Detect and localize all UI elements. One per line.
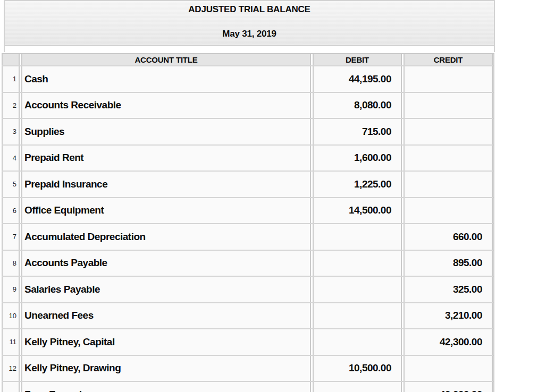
row-number-cell: 2 bbox=[2, 93, 20, 118]
debit-cell[interactable]: 14,500.00 bbox=[313, 198, 402, 224]
debit-cell[interactable]: 10,500.00 bbox=[313, 356, 402, 381]
sheet-date: May 31, 2019 bbox=[5, 15, 494, 39]
credit-cell[interactable] bbox=[404, 66, 493, 92]
account-title: Accounts Payable bbox=[24, 257, 107, 269]
account-title: Fees Earned bbox=[24, 389, 82, 392]
credit-amount: 660.00 bbox=[453, 231, 482, 243]
row-number: 12 bbox=[9, 364, 16, 372]
row-number-cell: 9 bbox=[2, 277, 20, 302]
account-cell[interactable]: Kelly Pitney, Drawing bbox=[21, 356, 311, 381]
row-number: 3 bbox=[13, 127, 16, 135]
debit-cell[interactable]: 44,195.00 bbox=[313, 66, 402, 92]
row-number: 9 bbox=[13, 285, 16, 293]
row-number: 8 bbox=[13, 259, 16, 267]
debit-cell[interactable] bbox=[313, 329, 402, 355]
title-zone: ADJUSTED TRIAL BALANCE May 31, 2019 bbox=[5, 1, 494, 46]
debit-cell[interactable] bbox=[313, 382, 402, 392]
row-number-cell: 11 bbox=[2, 329, 20, 355]
debit-amount: 8,080.00 bbox=[354, 99, 391, 111]
table-row: 2 Accounts Receivable 8,080.00 bbox=[2, 93, 493, 120]
account-title: Unearned Fees bbox=[24, 310, 94, 321]
debit-cell[interactable] bbox=[313, 303, 402, 329]
row-number-cell: 5 bbox=[2, 172, 20, 197]
row-number: 1 bbox=[13, 75, 16, 83]
credit-cell[interactable] bbox=[404, 146, 493, 171]
account-cell[interactable]: Accumulated Depreciation bbox=[21, 224, 311, 250]
row-number-cell: 1 bbox=[2, 66, 20, 92]
table-header-row: ACCOUNT TITLE DEBIT CREDIT bbox=[2, 54, 493, 66]
table-row: 6 Office Equipment 14,500.00 bbox=[2, 198, 493, 225]
credit-cell[interactable]: 325.00 bbox=[404, 277, 493, 302]
credit-cell[interactable] bbox=[404, 172, 493, 197]
account-cell[interactable]: Unearned Fees bbox=[21, 303, 311, 329]
credit-cell[interactable]: 42,300.00 bbox=[404, 329, 493, 355]
account-cell[interactable]: Prepaid Insurance bbox=[21, 172, 311, 197]
credit-amount: 895.00 bbox=[453, 257, 482, 269]
credit-cell[interactable]: 660.00 bbox=[404, 224, 493, 250]
row-number: 6 bbox=[13, 207, 16, 215]
account-cell[interactable]: Fees Earned bbox=[21, 382, 311, 392]
table-row: 5 Prepaid Insurance 1,225.00 bbox=[2, 172, 493, 198]
debit-amount: 44,195.00 bbox=[349, 73, 391, 85]
table-row: 4 Prepaid Rent 1,600.00 bbox=[2, 146, 493, 172]
table-row: 12 Kelly Pitney, Drawing 10,500.00 bbox=[2, 356, 493, 382]
account-title: Kelly Pitney, Drawing bbox=[24, 362, 121, 374]
debit-cell[interactable] bbox=[313, 277, 402, 302]
credit-cell[interactable] bbox=[404, 356, 493, 381]
account-title: Prepaid Insurance bbox=[24, 178, 107, 190]
debit-cell[interactable]: 1,600.00 bbox=[313, 146, 402, 171]
trial-balance-table: ACCOUNT TITLE DEBIT CREDIT 1 Cash 44,195… bbox=[2, 53, 494, 392]
account-cell[interactable]: Prepaid Rent bbox=[21, 146, 311, 171]
row-number: 11 bbox=[10, 338, 17, 346]
account-cell[interactable]: Accounts Receivable bbox=[21, 93, 311, 118]
debit-cell[interactable]: 1,225.00 bbox=[313, 172, 402, 197]
account-title: Office Equipment bbox=[24, 204, 104, 216]
debit-cell[interactable]: 715.00 bbox=[313, 119, 402, 144]
row-number-cell: 7 bbox=[2, 224, 20, 250]
row-number-cell: 4 bbox=[2, 146, 20, 171]
column-header-credit: CREDIT bbox=[404, 54, 493, 65]
credit-amount: 42,300.00 bbox=[440, 336, 482, 348]
row-number-cell: 13 bbox=[2, 382, 20, 392]
table-row: 3 Supplies 715.00 bbox=[2, 119, 493, 146]
account-cell[interactable]: Salaries Payable bbox=[21, 277, 311, 302]
credit-cell[interactable]: 3,210.00 bbox=[404, 303, 493, 329]
table-row: 11 Kelly Pitney, Capital 42,300.00 bbox=[2, 329, 493, 356]
debit-cell[interactable]: 8,080.00 bbox=[313, 93, 402, 118]
account-title: Salaries Payable bbox=[24, 284, 100, 295]
credit-cell[interactable] bbox=[404, 198, 493, 224]
account-cell[interactable]: Supplies bbox=[21, 119, 311, 144]
account-title: Kelly Pitney, Capital bbox=[24, 336, 115, 348]
credit-amount: 3,210.00 bbox=[445, 310, 482, 321]
account-cell[interactable]: Cash bbox=[21, 66, 311, 92]
table-row: 10 Unearned Fees 3,210.00 bbox=[2, 303, 493, 330]
account-cell[interactable]: Office Equipment bbox=[21, 198, 311, 224]
table-row: 1 Cash 44,195.00 bbox=[2, 66, 493, 93]
credit-cell[interactable]: 40,000.00 bbox=[404, 382, 493, 392]
account-title: Accumulated Depreciation bbox=[24, 231, 146, 243]
table-row: 7 Accumulated Depreciation 660.00 bbox=[2, 224, 493, 251]
column-header-account-title: ACCOUNT TITLE bbox=[21, 54, 311, 65]
account-cell[interactable]: Accounts Payable bbox=[21, 251, 311, 276]
table-row: 13 Fees Earned 40,000.00 bbox=[2, 382, 493, 392]
credit-cell[interactable]: 895.00 bbox=[404, 251, 493, 276]
row-number: 4 bbox=[13, 154, 16, 162]
row-number-cell: 3 bbox=[2, 119, 20, 144]
credit-cell[interactable] bbox=[404, 93, 493, 118]
credit-cell[interactable] bbox=[404, 119, 493, 144]
row-number: 2 bbox=[13, 101, 16, 109]
debit-amount: 1,225.00 bbox=[354, 178, 391, 190]
row-number: 10 bbox=[9, 312, 16, 320]
row-number: 5 bbox=[13, 180, 16, 188]
credit-amount: 325.00 bbox=[453, 284, 482, 295]
row-number: 7 bbox=[13, 233, 16, 241]
debit-amount: 1,600.00 bbox=[354, 152, 391, 164]
debit-cell[interactable] bbox=[313, 224, 402, 250]
row-number-cell: 6 bbox=[2, 198, 20, 224]
debit-cell[interactable] bbox=[313, 251, 402, 276]
row-number-header bbox=[2, 54, 20, 65]
debit-amount: 14,500.00 bbox=[349, 204, 391, 216]
account-cell[interactable]: Kelly Pitney, Capital bbox=[21, 329, 311, 355]
row-number-cell: 12 bbox=[2, 356, 20, 381]
sheet-title: ADJUSTED TRIAL BALANCE bbox=[5, 1, 494, 15]
